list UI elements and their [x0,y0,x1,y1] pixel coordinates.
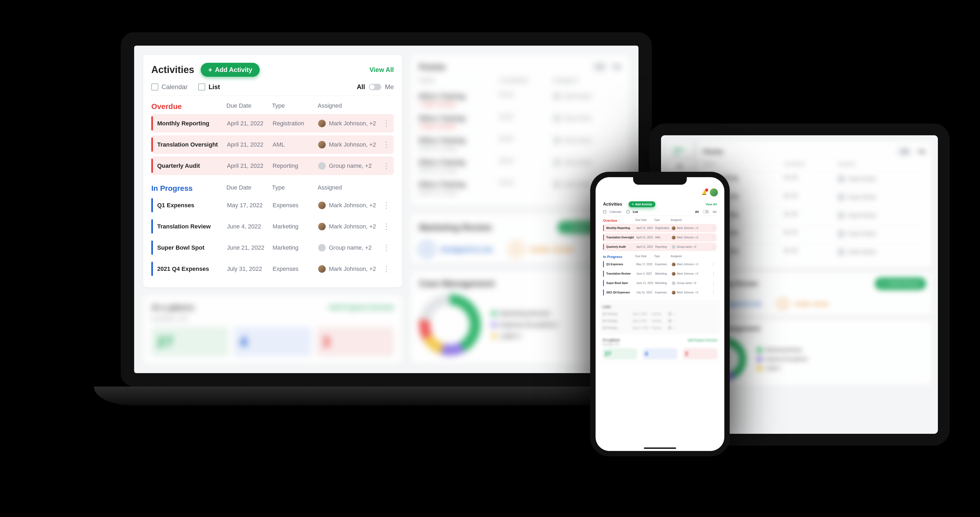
form-row[interactable]: Ethics TrainingEnds in 14 days 16 / 24 S… [419,132,621,155]
view-all-link[interactable]: View All [369,66,394,73]
more-icon[interactable]: ⋮ [712,281,715,285]
activity-row[interactable]: Quarterly Audit April 21, 2022 Reporting… [151,156,394,175]
activity-row[interactable]: Monthly Reporting April 21, 2022 Registr… [151,114,394,132]
tab-list[interactable]: List [627,210,638,214]
activity-row[interactable]: Super Bowl Spot June 21, 2022 Marketing … [603,279,717,287]
filter-all[interactable]: All [357,83,365,91]
avatar-icon [672,281,676,285]
tab-calendar[interactable]: Calendar [603,210,622,214]
filter-me[interactable]: Me [385,83,394,91]
activity-row[interactable]: Super Bowl Spot June 21, 2022 Marketing … [151,238,394,257]
more-icon[interactable]: ⋮ [712,226,715,230]
form-row[interactable]: Ethics TrainingEnds in 21 days 16 / 24 S… [703,226,926,244]
avatar-icon [553,181,561,188]
form-row[interactable]: Ethics Training7 days overdue 16 / 24 Su… [703,171,926,190]
form-row[interactable]: Ethics TrainingEnds in 14 days 16 / 24 S… [703,208,926,226]
calendar-icon [151,83,158,91]
activity-row[interactable]: Translation Review June 4, 2022 Marketin… [151,217,394,236]
avatar-icon [553,137,561,144]
later-row[interactable]: Q4 Training Aug 4, 2022 Training — [603,310,718,317]
avatar-icon [672,263,676,266]
activity-assigned: Mark Johnson, +2 [318,141,383,148]
glance-box-inprogress: 4 [234,327,311,356]
filter-toggle[interactable] [703,210,709,214]
later-row[interactable]: Q4 Training Aug 12, 2022 Training — [603,324,718,331]
activity-date: June 21, 2022 [227,244,272,251]
add-activity-button[interactable]: + Add Activity [628,201,655,207]
laptop-bezel: Activities + Add Activity View All Calen… [121,32,652,386]
avatar-icon [672,226,676,230]
form-row[interactable]: Ethics Training7 days overdue 16 / 24 Su… [419,89,621,110]
more-icon[interactable]: ⋮ [383,265,390,273]
activity-row[interactable]: Q1 Expenses May 17, 2022 Expenses Mark J… [603,260,717,268]
more-icon[interactable]: ⋮ [383,243,390,252]
forms-chip-all[interactable]: All [592,62,608,72]
activity-row[interactable]: 2021 Q4 Expenses July 31, 2022 Expenses … [603,288,717,297]
form-row[interactable]: Ethics TrainingEnds in 21 days 16 / 24 S… [419,155,621,177]
activity-date: April 21, 2022 [227,141,272,148]
marketing-title: Marketing Review [419,223,492,233]
more-icon[interactable]: ⋮ [712,290,715,294]
form-row[interactable]: Ethics Training3 days overdue 16 / 24 Su… [419,110,621,132]
activity-date: July 31, 2022 [636,291,655,294]
activity-assigned: Mark Johnson, +2 [672,272,698,276]
more-icon[interactable]: ⋮ [383,140,390,149]
forms-head: Forms All Me [419,62,621,72]
phone-notch [633,177,687,185]
more-icon[interactable]: ⋮ [383,161,390,170]
more-icon[interactable]: ⋮ [383,119,390,128]
forms-chip-me[interactable]: Me [613,63,621,70]
activity-type: Reporting [655,245,672,248]
user-avatar[interactable] [710,188,718,196]
activity-name: Translation Review [606,272,636,275]
activity-row[interactable]: Translation Review June 4, 2022 Marketin… [603,270,717,278]
activity-row[interactable]: Translation Oversight April 21, 2022 AML… [603,233,717,242]
submit-request-button[interactable]: +Submit Request [875,278,926,290]
activity-row[interactable]: Translation Oversight April 21, 2022 AML… [151,135,394,154]
filter-toggle[interactable] [369,84,381,90]
later-row[interactable]: Q4 Training Aug 6, 2022 Training — [603,317,718,324]
more-icon[interactable]: ⋮ [712,262,715,266]
activity-row[interactable]: 2021 Q4 Expenses July 31, 2022 Expenses … [151,260,394,278]
more-icon[interactable]: ⋮ [712,272,715,276]
activity-name: 2021 Q4 Expenses [606,291,636,294]
form-row[interactable]: Ethics TrainingEnds in 21 days 16 / 24 S… [703,244,926,263]
marketing-under-review: 6 Under review [509,242,574,257]
activity-assigned: Mark Johnson, +2 [672,291,698,294]
more-icon[interactable]: ⋮ [712,245,715,249]
forms-columns: Name Completed Assigned [419,72,621,89]
activity-row[interactable]: Q1 Expenses May 17, 2022 Expenses Mark J… [151,196,394,214]
activity-type: Expenses [655,263,672,266]
list-icon [627,210,630,214]
tab-list[interactable]: List [198,83,220,91]
activity-row[interactable]: Quarterly Audit April 21, 2022 Reporting… [603,243,717,251]
activity-row[interactable]: Monthly Reporting April 21, 2022 Registr… [603,224,717,232]
activity-type: Marketing [655,282,672,284]
form-row[interactable]: Ethics Training3 days overdue 16 / 24 Su… [703,190,926,208]
more-icon[interactable]: ⋮ [712,235,715,239]
forms-title: Forms [419,62,445,72]
glance-title: At a glance [151,303,194,312]
activity-type: AML [655,236,672,239]
activity-assigned: Group name, +2 [318,162,383,170]
add-activity-button[interactable]: + Add Activity [200,63,260,77]
marketing-assigned: 3 Assigned to me [419,242,493,257]
activity-assigned: Mark Johnson, +2 [672,263,698,266]
activities-title: Activities [151,64,194,75]
col-type: Type [272,102,318,111]
more-icon[interactable]: ⋮ [383,222,390,231]
avatar-icon [318,120,326,127]
home-indicator[interactable] [644,447,676,449]
activity-date: April 21, 2022 [636,227,655,230]
notification-bell-icon[interactable]: 🔔 [701,189,708,196]
more-icon[interactable]: ⋮ [383,201,390,210]
glance-link[interactable]: Add Program Overview [329,304,394,311]
avatar-icon [318,202,326,209]
tab-list-label: List [208,83,220,91]
tablet-filter: All Me [667,161,692,171]
glance-head: At a glance Add Program Overview [151,303,394,312]
plus-icon: + [564,224,568,231]
avatar-icon [318,223,326,230]
case-legend: Marketing Review Expense Exceptions Labe… [492,310,557,340]
tab-calendar[interactable]: Calendar [151,83,188,91]
